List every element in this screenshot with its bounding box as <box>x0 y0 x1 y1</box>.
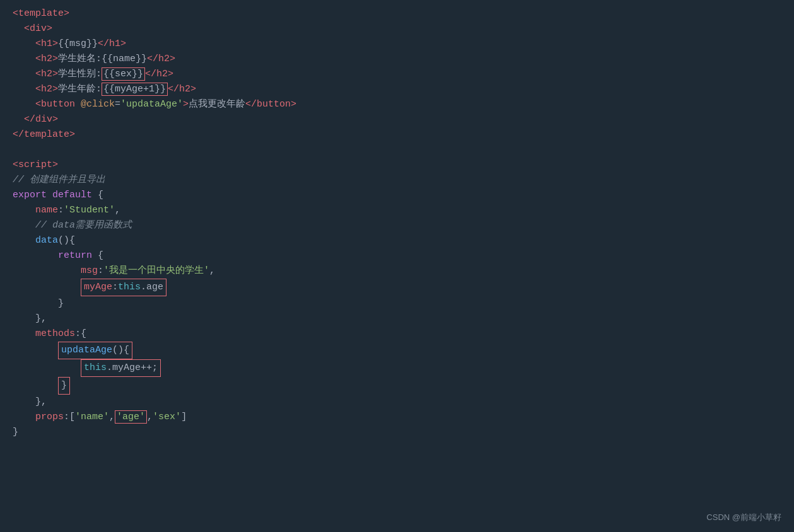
line-17: return { <box>13 248 781 263</box>
line-23: updataAge(){ <box>13 342 781 359</box>
line-16: data(){ <box>13 233 781 248</box>
line-21: }, <box>13 311 781 327</box>
line-2: <div> <box>13 21 781 37</box>
line-5: <h2>学生性别:{{sex}}</h2> <box>13 67 781 82</box>
line-9: </template> <box>13 127 781 142</box>
line-24: this.myAge++; <box>13 359 781 377</box>
line-25: } <box>13 377 781 395</box>
code-editor: <template> <div> <h1>{{msg}}</h1> <h2>学生… <box>0 0 794 532</box>
line-3: <h1>{{msg}}</h1> <box>13 37 781 52</box>
line-26: }, <box>13 395 781 410</box>
line-4: <h2>学生姓名:{{name}}</h2> <box>13 52 781 67</box>
line-12: // 创建组件并且导出 <box>13 173 781 188</box>
line-20: } <box>13 296 781 311</box>
line-10 <box>13 142 781 158</box>
line-28: } <box>13 425 781 440</box>
line-6: <h2>学生年龄:{{myAge+1}}</h2> <box>13 82 781 97</box>
line-13: export default { <box>13 188 781 203</box>
line-8: </div> <box>13 112 781 127</box>
line-11: <script> <box>13 158 781 173</box>
line-22: methods:{ <box>13 327 781 342</box>
line-18: msg:'我是一个田中央的学生', <box>13 263 781 279</box>
line-14: name:'Student', <box>13 203 781 218</box>
line-1: <template> <box>13 6 781 21</box>
line-27: props:['name','age','sex'] <box>13 410 781 425</box>
watermark: CSDN @前端小草籽 <box>706 511 781 524</box>
line-19: myAge:this.age <box>13 279 781 296</box>
line-15: // data需要用函数式 <box>13 218 781 233</box>
line-7: <button @click='updataAge'>点我更改年龄</butto… <box>13 97 781 112</box>
